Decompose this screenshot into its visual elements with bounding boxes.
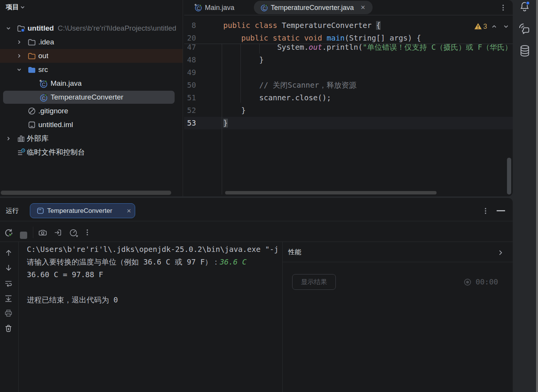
code-line-49[interactable]: 49 <box>184 66 513 79</box>
show-results-button[interactable]: 显示结果 <box>292 274 336 290</box>
editor-kebab-icon[interactable] <box>500 4 507 11</box>
warning-count[interactable]: 3 <box>483 21 487 32</box>
next-warning-icon[interactable] <box>503 23 509 30</box>
console-line: 进程已结束，退出代码为 0 <box>27 294 118 306</box>
run-tool-window: 运行 TemperatureConverter × C:\Users\b're'… <box>0 198 513 392</box>
tree-item-src[interactable]: src <box>0 63 183 77</box>
tree-label: Main.java <box>51 77 82 90</box>
code-text: public class TemperatureConverter { <box>223 19 381 32</box>
line-number: 53 <box>184 117 196 129</box>
perf-expand-chevron-icon[interactable] <box>497 249 504 256</box>
sticky-lines: 8public class TemperatureConverter {20 p… <box>184 15 513 44</box>
java-class-run-icon: C <box>39 93 48 102</box>
top-card: 项目 untitledC:\Users\b're'ri'l\IdeaProjec… <box>0 0 513 196</box>
project-panel-title[interactable]: 项目 <box>6 2 19 12</box>
code-text: } <box>223 104 246 117</box>
chevron-down-icon[interactable] <box>16 67 22 73</box>
scratches-icon <box>17 148 25 157</box>
code-line-51[interactable]: 51 scanner.close(); <box>184 91 513 104</box>
tree-item-scratches[interactable]: 临时文件和控制台 <box>0 145 183 159</box>
line-number: 50 <box>184 79 196 91</box>
source-folder-icon <box>28 65 36 74</box>
notifications-bell-icon[interactable] <box>519 1 530 12</box>
chevron-right-icon[interactable] <box>16 39 22 45</box>
java-class-run-icon: C <box>194 3 203 12</box>
tree-label: src <box>38 63 48 77</box>
line-number: 8 <box>184 19 196 32</box>
folder-icon <box>28 38 36 46</box>
tab-temperature-converter[interactable]: C TemperatureConverter.java × <box>254 1 373 14</box>
editor-hscrollbar[interactable] <box>225 191 437 194</box>
line-number: 49 <box>184 66 196 79</box>
line-number: 48 <box>184 54 196 66</box>
code-line-50[interactable]: 50 // 关闭Scanner，释放资源 <box>184 79 513 91</box>
timer-icon <box>464 278 471 286</box>
line-number: 52 <box>184 104 196 117</box>
perf-header-divider <box>283 262 513 262</box>
code-text: public static void main(String[] args) { <box>223 32 421 44</box>
editor: C Main.java C TemperatureConverter.java … <box>184 0 513 196</box>
minimize-icon[interactable] <box>497 210 505 211</box>
tree-item-untitled[interactable]: untitledC:\Users\b're'ri'l\IdeaProjects\… <box>0 21 183 35</box>
panel-divider[interactable] <box>183 0 183 196</box>
tab-label: TemperatureConverter.java <box>271 0 354 15</box>
warning-icon[interactable] <box>474 23 482 30</box>
library-icon <box>17 134 25 143</box>
code-line-53[interactable]: 53} <box>184 117 513 129</box>
ignored-file-icon <box>28 107 36 115</box>
prev-warning-icon[interactable] <box>491 23 497 30</box>
code-text: } <box>223 117 228 129</box>
tree-item-untitled-iml[interactable]: untitled.iml <box>0 118 183 132</box>
tree-label: untitled.iml <box>38 118 73 132</box>
chevron-down-icon[interactable] <box>5 25 11 31</box>
excluded-folder-icon <box>28 52 36 60</box>
tree-item-main-java[interactable]: C Main.java <box>0 77 183 90</box>
console-line: C:\Users\b're'ri'l\.jdks\openjdk-25.0.2\… <box>27 243 278 256</box>
database-icon[interactable] <box>520 45 530 57</box>
line-number: 20 <box>184 32 196 44</box>
tree-item-temperature-converter[interactable]: C TemperatureConverter <box>0 90 183 104</box>
console-line: 36.60 C = 97.88 F <box>27 268 103 281</box>
timer-value: 00:00 <box>476 277 498 287</box>
tree-item-idea[interactable]: .idea <box>0 35 183 49</box>
code-line-52[interactable]: 52 } <box>184 104 513 117</box>
project-panel: 项目 untitledC:\Users\b're'ri'l\IdeaProjec… <box>0 0 183 196</box>
console-output[interactable]: C:\Users\b're'ri'l\.jdks\openjdk-25.0.2\… <box>0 198 282 392</box>
tree-label: out <box>38 49 48 63</box>
tree-label: TemperatureConverter <box>51 90 123 104</box>
project-folder-icon <box>17 24 25 33</box>
code-line-8[interactable]: 8public class TemperatureConverter { <box>184 19 513 32</box>
tree-label: untitled <box>28 24 54 32</box>
console-line: 请输入要转换的温度与单位（例如 36.6 C 或 97 F）：36.6 C <box>27 256 247 268</box>
java-class-run-icon: C <box>39 79 48 88</box>
tree-item-gitignore[interactable]: .gitignore <box>0 104 183 118</box>
code-line-48[interactable]: 48 } <box>184 54 513 66</box>
tree-item-out[interactable]: out <box>0 49 183 63</box>
tree-project-path: C:\Users\b're'ri'l\IdeaProjects\untitled <box>58 24 177 32</box>
editor-tab-bar: C Main.java C TemperatureConverter.java … <box>184 0 513 15</box>
tree-item-external-libraries[interactable]: 外部库 <box>0 132 183 145</box>
perf-title[interactable]: 性能 <box>288 246 301 259</box>
chevron-right-icon[interactable] <box>5 136 11 142</box>
tree-label: 外部库 <box>27 132 49 145</box>
code-text: } <box>223 54 264 66</box>
project-hscrollbar[interactable] <box>1 191 171 195</box>
editor-vscrollbar[interactable] <box>507 158 511 194</box>
perf-divider[interactable] <box>282 242 283 392</box>
module-file-icon <box>28 121 36 129</box>
chevron-right-icon[interactable] <box>16 53 22 59</box>
tab-main-java[interactable]: Main.java <box>205 0 234 15</box>
run-panel-kebab-icon[interactable] <box>482 207 489 214</box>
tree-label: 临时文件和控制台 <box>27 145 85 159</box>
tree-label: .idea <box>38 35 54 49</box>
window-edge <box>536 0 538 392</box>
java-class-run-icon: C <box>260 3 268 12</box>
line-number: 51 <box>184 91 196 104</box>
code-text: // 关闭Scanner，释放资源 <box>223 79 356 91</box>
ai-assistant-icon[interactable] <box>518 23 531 35</box>
project-header-chevron-icon[interactable] <box>20 5 25 10</box>
code-line-20[interactable]: 20 public static void main(String[] args… <box>184 32 513 44</box>
tab-close-icon[interactable]: × <box>361 0 365 15</box>
tree-label: .gitignore <box>38 104 68 118</box>
code-text: scanner.close(); <box>223 91 331 104</box>
